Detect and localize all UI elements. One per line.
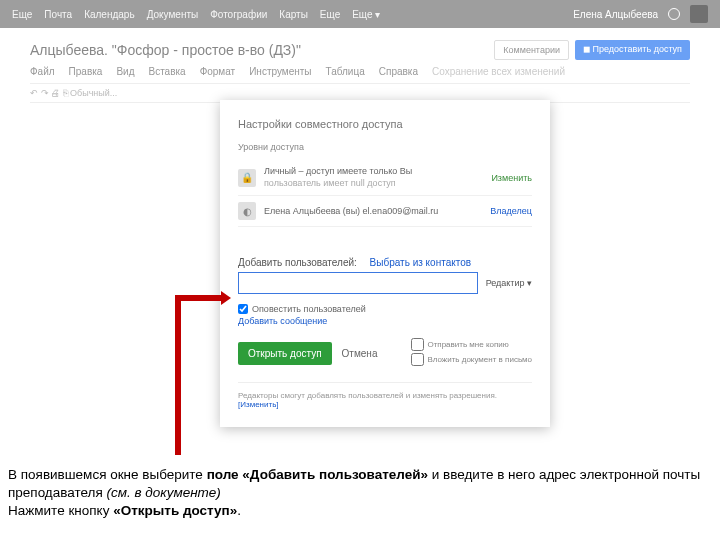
menu-item[interactable]: Вставка — [148, 66, 185, 77]
menu-item[interactable]: Вид — [116, 66, 134, 77]
instruction-caption: В появившемся окне выберите поле «Добави… — [8, 466, 712, 521]
owner-label: Владелец — [490, 206, 532, 216]
nav-links: Еще Почта Календарь Документы Фотографии… — [12, 9, 573, 20]
user-icon: ◐ — [238, 202, 256, 220]
user-info: Елена Алцыбеева (вы) el.ena009@mail.ru — [264, 206, 482, 218]
sharing-dialog: Настройки совместного доступа Уровни дос… — [220, 100, 550, 427]
open-access-button[interactable]: Открыть доступ — [238, 342, 332, 365]
cancel-button[interactable]: Отмена — [342, 348, 378, 359]
menu-item[interactable]: Правка — [69, 66, 103, 77]
add-users-section: Добавить пользователей: Выбрать из конта… — [238, 257, 532, 368]
annotation-arrow — [175, 295, 225, 455]
menu-item[interactable]: Инструменты — [249, 66, 311, 77]
menu-item[interactable]: Справка — [379, 66, 418, 77]
nav-item[interactable]: Календарь — [84, 9, 134, 20]
nav-item[interactable]: Фотографии — [210, 9, 267, 20]
contacts-link[interactable]: Выбрать из контактов — [370, 257, 471, 268]
dialog-footer: Редакторы смогут добавлять пользователей… — [238, 382, 532, 409]
attach-doc-checkbox[interactable]: Вложить документ в письмо — [411, 353, 532, 366]
nav-item[interactable]: Еще ▾ — [352, 9, 380, 20]
menu-item[interactable]: Таблица — [326, 66, 365, 77]
user-name[interactable]: Елена Алцыбеева — [573, 9, 658, 20]
top-navbar: Еще Почта Календарь Документы Фотографии… — [0, 0, 720, 28]
nav-item[interactable]: Документы — [147, 9, 199, 20]
comments-button[interactable]: Комментарии — [494, 40, 569, 60]
add-message-link[interactable]: Добавить сообщение — [238, 316, 532, 326]
save-status: Сохранение всех изменений — [432, 66, 565, 77]
notify-checkbox[interactable]: Оповестить пользователей — [238, 304, 532, 314]
permission-dropdown[interactable]: Редактир ▾ — [486, 278, 532, 288]
send-copy-checkbox[interactable]: Отправить мне копию — [411, 338, 532, 351]
nav-item[interactable]: Еще — [320, 9, 340, 20]
access-info: Личный – доступ имеете только Вы пользов… — [264, 166, 483, 189]
share-button[interactable]: ◼ Предоставить доступ — [575, 40, 690, 60]
change-perms-link[interactable]: [Изменить] — [238, 400, 279, 409]
menu-item[interactable]: Формат — [200, 66, 236, 77]
add-users-label: Добавить пользователей: — [238, 257, 357, 268]
lock-icon: 🔒 — [238, 169, 256, 187]
user-row: ◐ Елена Алцыбеева (вы) el.ena009@mail.ru… — [238, 196, 532, 227]
nav-item[interactable]: Еще — [12, 9, 32, 20]
avatar[interactable] — [690, 5, 708, 23]
nav-item[interactable]: Карты — [279, 9, 308, 20]
access-row: 🔒 Личный – доступ имеете только Вы польз… — [238, 160, 532, 196]
notify-check-input[interactable] — [238, 304, 248, 314]
add-users-input[interactable] — [238, 272, 478, 294]
menu-bar: Файл Правка Вид Вставка Формат Инструмен… — [30, 66, 690, 77]
nav-item[interactable]: Почта — [44, 9, 72, 20]
change-link[interactable]: Изменить — [491, 173, 532, 183]
dialog-title: Настройки совместного доступа — [238, 118, 532, 130]
menu-item[interactable]: Файл — [30, 66, 55, 77]
gear-icon[interactable] — [668, 8, 680, 20]
access-levels-label: Уровни доступа — [238, 142, 532, 152]
